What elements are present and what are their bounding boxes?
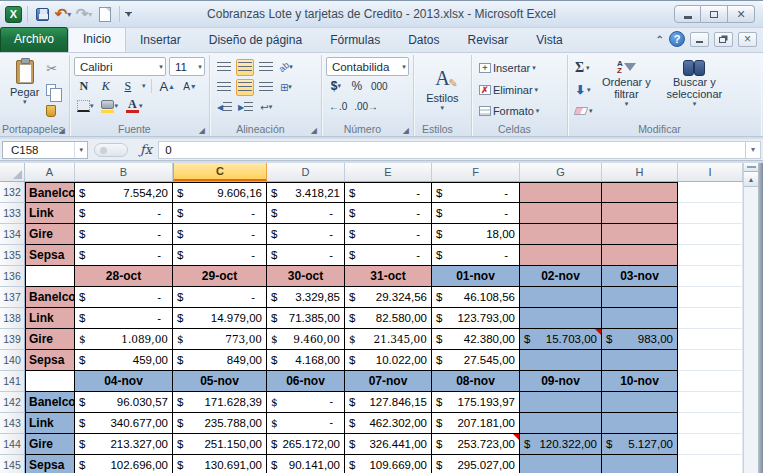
cell-F145[interactable]: $295.027,00	[432, 455, 520, 473]
cell-H135[interactable]	[602, 245, 678, 266]
tab-dise-o-de-p-gina[interactable]: Diseño de página	[195, 29, 316, 52]
cell-I141[interactable]	[678, 371, 743, 392]
cell-G132[interactable]	[520, 182, 602, 203]
cell-H145[interactable]	[602, 455, 678, 473]
cell-B139[interactable]: $1.089,00	[75, 329, 173, 350]
cell-B140[interactable]: $459,00	[75, 350, 173, 371]
column-header-D[interactable]: D	[267, 163, 345, 181]
merge-center-button[interactable]: ⊞▾	[278, 79, 294, 96]
tab-inicio[interactable]: Inicio	[68, 27, 126, 52]
tab-vista[interactable]: Vista	[522, 29, 576, 52]
cell-G133[interactable]	[520, 203, 602, 224]
cell-B143[interactable]: $340.677,00	[75, 413, 173, 434]
orientation-button[interactable]: ab▾	[278, 59, 294, 76]
row-header-132[interactable]: 132	[0, 182, 25, 203]
styles-button[interactable]: A Estilos ▾	[422, 64, 462, 115]
insert-function-icon[interactable]: ƒx	[134, 142, 158, 157]
cell-I138[interactable]	[678, 308, 743, 329]
borders-button[interactable]: ▾	[76, 98, 95, 115]
workbook-minimize-button[interactable]	[690, 32, 709, 47]
column-header-H[interactable]: H	[602, 163, 678, 181]
cell-H137[interactable]	[602, 287, 678, 308]
cell-F132[interactable]: $-	[432, 182, 520, 203]
row-header-136[interactable]: 136	[0, 266, 25, 287]
decrease-decimal-button[interactable]: .00→	[353, 98, 379, 115]
cell-E143[interactable]: $462.302,00	[345, 413, 432, 434]
restore-button[interactable]	[701, 5, 728, 23]
row-header-134[interactable]: 134	[0, 224, 25, 245]
cell-F142[interactable]: $175.193,97	[432, 392, 520, 413]
font-color-button[interactable]: A▾	[125, 98, 144, 115]
cell-E142[interactable]: $127.846,15	[345, 392, 432, 413]
cell-A142[interactable]: Banelco	[25, 392, 75, 413]
cell-F134[interactable]: $18,00	[432, 224, 520, 245]
redo-button[interactable]: ↷▾	[75, 5, 93, 23]
cell-G139[interactable]: $15.703,00	[520, 329, 602, 350]
format-cells-button[interactable]: Formato▾	[476, 102, 563, 120]
cell-C139[interactable]: $773,00	[173, 329, 267, 350]
cell-F138[interactable]: $123.793,00	[432, 308, 520, 329]
sort-filter-button[interactable]: AZ Ordenar y filtrar ▾	[595, 57, 657, 122]
cell-I132[interactable]	[678, 182, 743, 203]
cell-I133[interactable]	[678, 203, 743, 224]
save-button[interactable]	[33, 5, 51, 23]
cell-H144[interactable]: $5.127,00	[602, 434, 678, 455]
undo-button[interactable]: ↶▾	[54, 5, 72, 23]
cell-D133[interactable]: $-	[267, 203, 345, 224]
decrease-indent-button[interactable]: ◀	[216, 99, 233, 116]
cell-B138[interactable]: $-	[75, 308, 173, 329]
cell-I140[interactable]	[678, 350, 743, 371]
cell-C135[interactable]: $-	[173, 245, 267, 266]
cell-D143[interactable]: $-	[267, 413, 345, 434]
align-bottom-button[interactable]	[258, 59, 274, 76]
cell-F135[interactable]: $-	[432, 245, 520, 266]
font-name-combo[interactable]: Calibri▾	[74, 57, 166, 76]
cell-H143[interactable]	[602, 413, 678, 434]
cell-D140[interactable]: $4.168,00	[267, 350, 345, 371]
cell-F136[interactable]: 01-nov	[432, 266, 520, 287]
cell-D136[interactable]: 30-oct	[267, 266, 345, 287]
dialog-launcher-icon[interactable]: ◢	[57, 125, 67, 135]
help-icon[interactable]: ?	[669, 31, 685, 47]
grow-font-button[interactable]: A▲	[158, 78, 176, 95]
cell-E133[interactable]: $-	[345, 203, 432, 224]
cell-A143[interactable]: Link	[25, 413, 75, 434]
cell-C144[interactable]: $251.150,00	[173, 434, 267, 455]
cell-A132[interactable]: Banelco	[25, 182, 75, 203]
cell-E141[interactable]: 07-nov	[345, 371, 432, 392]
tab-archivo[interactable]: Archivo	[0, 27, 68, 52]
cell-C134[interactable]: $-	[173, 224, 267, 245]
minimize-button[interactable]	[674, 5, 701, 23]
cell-G136[interactable]: 02-nov	[520, 266, 602, 287]
cell-C133[interactable]: $-	[173, 203, 267, 224]
cell-D132[interactable]: $3.418,21	[267, 182, 345, 203]
cell-E136[interactable]: 31-oct	[345, 266, 432, 287]
cell-H136[interactable]: 03-nov	[602, 266, 678, 287]
row-header-141[interactable]: 141	[0, 371, 25, 392]
cell-A140[interactable]: Sepsa	[25, 350, 75, 371]
qat-customize-button[interactable]: ▾	[125, 12, 132, 17]
cell-F133[interactable]: $-	[432, 203, 520, 224]
column-header-A[interactable]: A	[25, 163, 75, 181]
cell-G140[interactable]	[520, 350, 602, 371]
cell-C143[interactable]: $235.788,00	[173, 413, 267, 434]
bold-button[interactable]: N	[76, 78, 92, 95]
increase-decimal-button[interactable]: ←.0	[328, 98, 348, 115]
fill-button[interactable]: ⬇▾	[572, 81, 596, 99]
cell-C141[interactable]: 05-nov	[173, 371, 267, 392]
cell-C138[interactable]: $14.979,00	[173, 308, 267, 329]
name-box[interactable]: C158 ▾	[2, 141, 88, 159]
cell-E138[interactable]: $82.580,00	[345, 308, 432, 329]
cell-B134[interactable]: $-	[75, 224, 173, 245]
cell-E144[interactable]: $326.441,00	[345, 434, 432, 455]
cell-C132[interactable]: $9.606,16	[173, 182, 267, 203]
cell-H140[interactable]	[602, 350, 678, 371]
cell-I135[interactable]	[678, 245, 743, 266]
excel-logo-icon[interactable]: X	[5, 6, 22, 23]
cell-H138[interactable]	[602, 308, 678, 329]
delete-cells-button[interactable]: ✗Eliminar▾	[476, 81, 563, 99]
row-header-142[interactable]: 142	[0, 392, 25, 413]
cell-D134[interactable]: $-	[267, 224, 345, 245]
cell-C136[interactable]: 29-oct	[173, 266, 267, 287]
align-middle-button[interactable]	[236, 59, 254, 76]
